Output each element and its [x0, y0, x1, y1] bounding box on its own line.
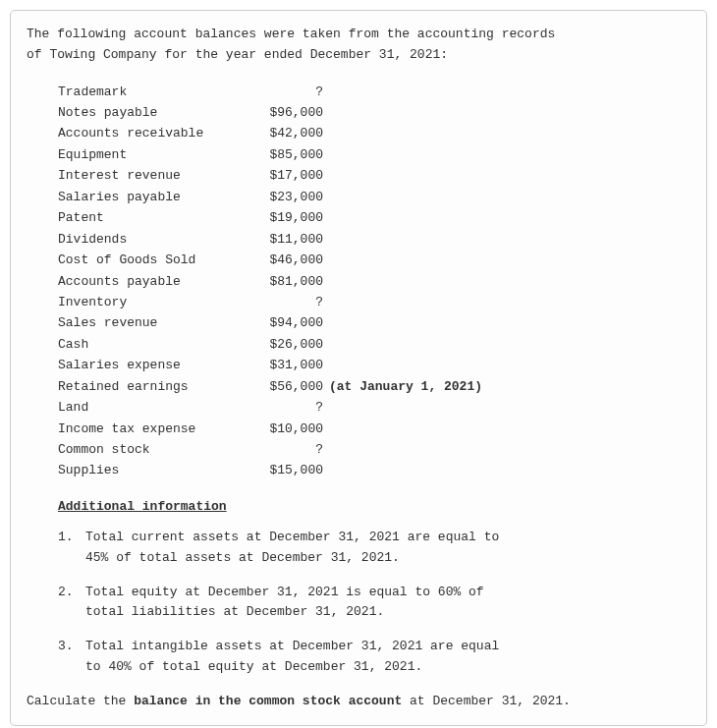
account-label: Accounts receivable [58, 123, 264, 143]
account-row: Retained earnings$56,000(at January 1, 2… [58, 376, 690, 397]
account-value: $94,000 [264, 312, 323, 333]
account-value: $31,000 [264, 355, 323, 375]
account-value: $23,000 [264, 187, 323, 207]
account-row: Cost of Goods Sold$46,000 [58, 250, 690, 270]
account-value: $26,000 [264, 334, 323, 355]
info-item: 3.Total intangible assets at December 31… [58, 637, 690, 678]
info-text: Total current assets at December 31, 202… [85, 528, 508, 569]
account-row: Trademark? [58, 82, 690, 102]
info-text: Total intangible assets at December 31, … [85, 637, 508, 678]
account-row: Salaries payable$23,000 [58, 187, 690, 207]
account-label: Interest revenue [58, 165, 264, 186]
account-label: Dividends [58, 229, 264, 250]
account-row: Accounts payable$81,000 [58, 271, 690, 292]
account-value: $56,000 [264, 376, 323, 397]
account-label: Supplies [58, 460, 264, 480]
account-label: Cost of Goods Sold [58, 250, 264, 270]
account-row: Accounts receivable$42,000 [58, 123, 690, 143]
account-label: Income tax expense [58, 419, 264, 439]
info-number: 2. [58, 583, 85, 624]
account-label: Salaries payable [58, 187, 264, 207]
final-bold: balance in the common stock account [134, 694, 402, 708]
info-number: 3. [58, 637, 85, 678]
accounts-table: Trademark?Notes payable$96,000Accounts r… [58, 82, 690, 481]
additional-info-list: 1.Total current assets at December 31, 2… [58, 528, 690, 678]
account-value: $85,000 [264, 144, 323, 165]
account-row: Equipment$85,000 [58, 144, 690, 165]
account-value: $10,000 [264, 419, 323, 439]
account-row: Dividends$11,000 [58, 229, 690, 250]
account-value: $96,000 [264, 102, 323, 123]
account-label: Accounts payable [58, 271, 264, 292]
question-box: The following account balances were take… [10, 10, 707, 726]
additional-info-heading: Additional information [58, 499, 690, 514]
account-row: Salaries expense$31,000 [58, 355, 690, 375]
account-row: Notes payable$96,000 [58, 102, 690, 123]
account-value: ? [264, 82, 323, 102]
account-value: $81,000 [264, 271, 323, 292]
account-row: Sales revenue$94,000 [58, 312, 690, 333]
account-label: Retained earnings [58, 376, 264, 397]
info-number: 1. [58, 528, 85, 569]
account-value: $19,000 [264, 207, 323, 228]
account-value: ? [264, 439, 323, 460]
intro-line1: The following account balances were take… [27, 27, 555, 41]
info-item: 2.Total equity at December 31, 2021 is e… [58, 583, 690, 624]
account-label: Trademark [58, 82, 264, 102]
account-row: Inventory? [58, 292, 690, 312]
final-question: Calculate the balance in the common stoc… [27, 692, 690, 712]
account-label: Land [58, 397, 264, 418]
account-label: Common stock [58, 439, 264, 460]
intro-text: The following account balances were take… [27, 25, 690, 66]
account-label: Sales revenue [58, 312, 264, 333]
account-value: $15,000 [264, 460, 323, 480]
account-label: Equipment [58, 144, 264, 165]
account-label: Notes payable [58, 102, 264, 123]
account-label: Cash [58, 334, 264, 355]
account-row: Income tax expense$10,000 [58, 419, 690, 439]
account-row: Interest revenue$17,000 [58, 165, 690, 186]
account-label: Salaries expense [58, 355, 264, 375]
final-pre: Calculate the [27, 694, 134, 708]
account-value: $17,000 [264, 165, 323, 186]
account-value: $11,000 [264, 229, 323, 250]
account-label: Patent [58, 207, 264, 228]
account-value: $46,000 [264, 250, 323, 270]
account-row: Cash$26,000 [58, 334, 690, 355]
account-note: (at January 1, 2021) [329, 376, 482, 397]
info-item: 1.Total current assets at December 31, 2… [58, 528, 690, 569]
account-value: ? [264, 292, 323, 312]
account-row: Supplies$15,000 [58, 460, 690, 480]
account-value: $42,000 [264, 123, 323, 143]
info-text: Total equity at December 31, 2021 is equ… [85, 583, 508, 624]
intro-line2: of Towing Company for the year ended Dec… [27, 47, 448, 62]
account-label: Inventory [58, 292, 264, 312]
account-row: Land? [58, 397, 690, 418]
account-value: ? [264, 397, 323, 418]
final-post: at December 31, 2021. [402, 694, 571, 708]
account-row: Patent$19,000 [58, 207, 690, 228]
account-row: Common stock? [58, 439, 690, 460]
